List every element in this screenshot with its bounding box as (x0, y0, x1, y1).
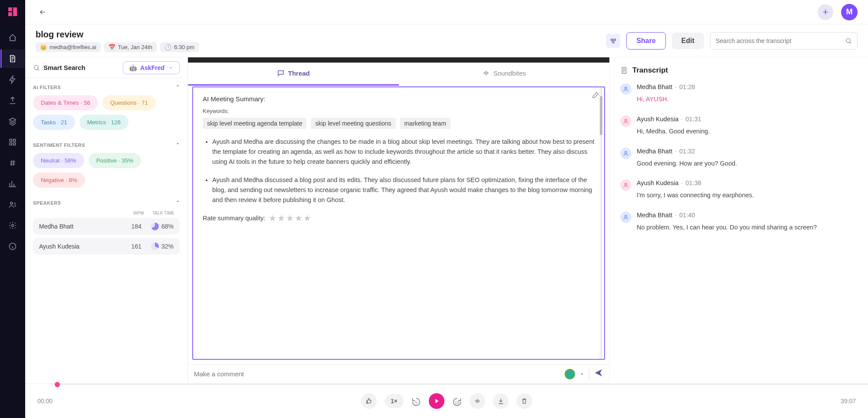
meeting-title: blog review (36, 30, 199, 40)
nav-hash-icon[interactable] (0, 154, 25, 172)
transcript-text: Hi, AYUSH. (637, 95, 858, 104)
chevron-down-icon (168, 65, 173, 70)
keyword-chip[interactable]: marketing team (400, 118, 450, 129)
search-input[interactable] (716, 37, 845, 44)
nav-settings-icon[interactable] (0, 216, 25, 235)
sentiment-pill[interactable]: Positive · 35% (89, 153, 141, 168)
soundbites-icon (482, 69, 490, 77)
svg-rect-2 (10, 143, 12, 145)
svg-rect-7 (611, 39, 613, 40)
svg-rect-8 (614, 39, 616, 40)
transcript-entry[interactable]: Ayush Kudesia·01:38 I'm sorry, I was con… (620, 179, 858, 200)
edit-button[interactable]: Edit (672, 33, 704, 49)
timestamp: 01:31 (686, 116, 701, 123)
total-time: 39:07 (841, 398, 856, 405)
chevron-down-icon[interactable] (579, 372, 585, 377)
nav-bolt-icon[interactable] (0, 70, 25, 89)
scrollbar-thumb[interactable] (600, 96, 602, 135)
filter-pill[interactable]: Dates & Times · 56 (33, 95, 98, 110)
speakers-header[interactable]: SPEAKERS ⌃ (33, 200, 180, 206)
nav-grid-icon[interactable] (0, 133, 25, 151)
date-chip: 📅Tue, Jan 24th (104, 42, 157, 52)
comment-bar: 🌐 (188, 364, 609, 383)
filter-pill[interactable]: Tasks · 21 (33, 115, 75, 130)
nav-layers-icon[interactable] (0, 112, 25, 130)
current-time: 00:00 (37, 398, 53, 405)
transcript-entry[interactable]: Medha Bhatt·01:40 No problem. Yes, I can… (620, 212, 858, 232)
download-button[interactable] (493, 393, 509, 409)
play-button[interactable] (429, 393, 444, 409)
send-button[interactable] (594, 368, 603, 380)
nav-analytics-icon[interactable] (0, 175, 25, 193)
search-icon (845, 37, 852, 44)
filter-pill[interactable]: Metrics · 126 (79, 115, 128, 130)
svg-rect-9 (612, 41, 614, 43)
keyword-chip[interactable]: skip level meeting agenda template (203, 118, 306, 129)
skip-forward-button[interactable]: 15 (452, 397, 462, 405)
skip-back-button[interactable]: 5 (411, 397, 421, 405)
tab-thread[interactable]: Thread (188, 63, 399, 84)
nav-home-icon[interactable] (0, 29, 25, 47)
svg-point-12 (625, 87, 627, 89)
svg-point-13 (625, 119, 627, 121)
svg-rect-3 (13, 143, 16, 145)
transcript-text: No problem. Yes, I can hear you. Do you … (637, 223, 858, 232)
audio-player: 00:00 1× 5 15 39:07 (25, 383, 868, 418)
speaker-avatar-icon (620, 83, 631, 95)
delete-button[interactable] (516, 393, 532, 409)
add-button[interactable]: + (818, 4, 833, 20)
sentiment-pill[interactable]: Neutral · 58% (33, 153, 84, 168)
share-button[interactable]: Share (626, 32, 665, 50)
speaker-name: Medha Bhatt (637, 83, 672, 90)
calendar-icon: 📅 (108, 44, 115, 50)
summary-bullet: Ayush and Medha discussed a blog post an… (212, 175, 595, 206)
keyword-chip[interactable]: skip level meeting questions (311, 118, 395, 129)
svg-rect-1 (13, 139, 16, 141)
col-wpm: WPM (133, 211, 144, 216)
thumbs-up-button[interactable] (361, 393, 377, 409)
speaker-row[interactable]: Ayush Kudesia16132% (33, 238, 180, 255)
nav-info-icon[interactable] (0, 237, 25, 255)
ai-filters-header[interactable]: AI FILTERS ⌃ (33, 84, 180, 90)
speaker-name: Ayush Kudesia (637, 179, 678, 186)
speaker-avatar-icon (620, 179, 631, 191)
nav-notes-icon[interactable] (0, 50, 25, 68)
rating-stars[interactable]: ★★★★★ (269, 213, 312, 223)
transcript-entry[interactable]: Medha Bhatt·01:28 Hi, AYUSH. (620, 83, 858, 104)
visibility-icon[interactable]: 🌐 (565, 369, 575, 379)
progress-track[interactable] (50, 384, 868, 385)
transcript-entry[interactable]: Ayush Kudesia·01:31 Hi, Medha. Good even… (620, 116, 858, 136)
sentiment-pill[interactable]: Negative · 8% (33, 173, 85, 188)
thread-icon (277, 69, 285, 77)
transcript-search[interactable] (710, 32, 858, 50)
waveform-button[interactable] (470, 393, 485, 409)
video-preview[interactable] (188, 57, 609, 63)
transcript-title: Transcript (632, 66, 668, 75)
search-icon (33, 64, 40, 71)
transcript-text: I'm sorry, I was connecting my earphones… (637, 191, 858, 200)
transcript-entry[interactable]: Medha Bhatt·01:32 Good evening. How are … (620, 148, 858, 169)
user-avatar[interactable]: M (841, 4, 858, 20)
progress-handle[interactable] (55, 382, 60, 387)
nav-upload-icon[interactable] (0, 91, 25, 109)
back-button[interactable] (36, 5, 49, 19)
speaker-name: Medha Bhatt (637, 148, 672, 155)
speaker-row[interactable]: Medha Bhatt18468% (33, 218, 180, 235)
comment-input[interactable] (194, 370, 565, 378)
tab-indicator (188, 84, 399, 86)
speaker-name: Ayush Kudesia (637, 116, 678, 123)
edit-summary-icon[interactable] (592, 92, 599, 100)
filter-pill[interactable]: Questions · 71 (102, 95, 156, 110)
svg-point-16 (625, 215, 627, 217)
timestamp: 01:28 (679, 83, 695, 90)
time-chip: 🕐6:30 pm (160, 42, 199, 52)
left-nav-rail (0, 0, 25, 418)
askfred-button[interactable]: 🤖 AskFred (123, 61, 180, 74)
sentiment-filters-header[interactable]: SENTIMENT FILTERS ⌃ (33, 142, 180, 148)
nav-team-icon[interactable] (0, 196, 25, 214)
participants-icon[interactable] (606, 34, 620, 48)
tab-soundbites[interactable]: Soundbites (399, 63, 610, 84)
speed-button[interactable]: 1× (385, 394, 404, 408)
svg-rect-0 (10, 139, 12, 141)
chevron-up-icon: ⌃ (176, 142, 180, 148)
